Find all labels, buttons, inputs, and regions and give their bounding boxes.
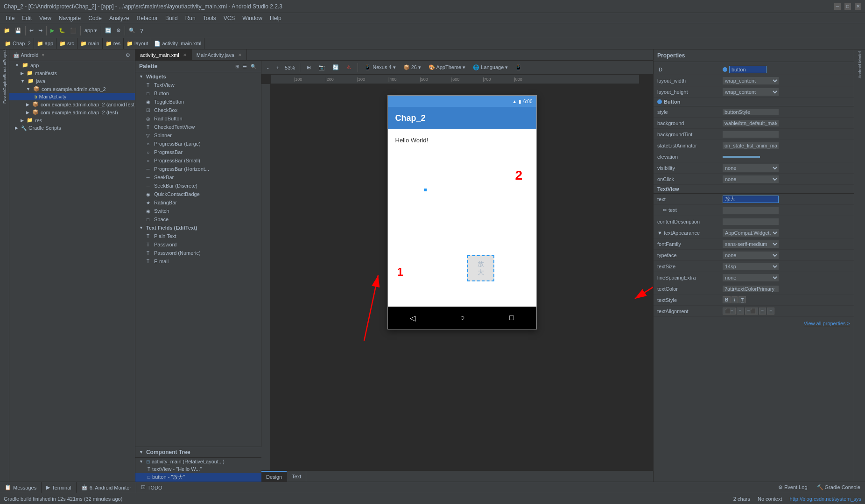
prop-value-statelist[interactable] bbox=[723, 142, 850, 149]
palette-seekbar-discrete[interactable]: ─ SeekBar (Discrete) bbox=[135, 182, 261, 190]
menu-refactor[interactable]: Refactor bbox=[133, 13, 162, 23]
canvas-zoom-out[interactable]: - bbox=[265, 62, 271, 73]
palette-view-btn[interactable]: ⊞ bbox=[234, 63, 240, 70]
palette-spinner[interactable]: ▽ Spinner bbox=[135, 131, 261, 140]
canvas-fit-btn[interactable]: ⊞ bbox=[305, 62, 313, 73]
prop-value-text-appearance[interactable]: AppCompat.Widget.Button bbox=[723, 229, 850, 237]
palette-radiobutton[interactable]: ◎ RadioButton bbox=[135, 114, 261, 123]
line-spacing-select[interactable]: none bbox=[723, 274, 779, 281]
close-button[interactable]: ✕ bbox=[855, 3, 861, 10]
tree-res[interactable]: ▶ 📁 res bbox=[9, 116, 135, 124]
background-input[interactable] bbox=[723, 120, 779, 126]
ct-item-button[interactable]: □ button - "放大" bbox=[135, 473, 261, 482]
handle-br[interactable] bbox=[424, 189, 427, 191]
onclick-select[interactable]: none bbox=[723, 175, 779, 183]
elevation-slider[interactable] bbox=[723, 156, 760, 158]
palette-textview[interactable]: T TextView bbox=[135, 81, 261, 89]
prop-value-onclick[interactable]: none bbox=[723, 175, 850, 183]
font-family-select[interactable]: sans-serif-medium bbox=[723, 240, 779, 248]
menu-run[interactable]: Run bbox=[182, 13, 199, 23]
palette-button[interactable]: □ Button bbox=[135, 89, 261, 98]
menu-build[interactable]: Build bbox=[162, 13, 182, 23]
menu-tools[interactable]: Tools bbox=[199, 13, 220, 23]
canvas-language-dropdown[interactable]: 🌐 Language ▾ bbox=[471, 62, 510, 73]
content-desc-input[interactable] bbox=[723, 218, 779, 225]
menu-vcs[interactable]: VCS bbox=[220, 13, 239, 23]
align-right-btn[interactable]: ≡⬛ bbox=[745, 308, 758, 315]
toolbar-run-btn[interactable]: ▶ bbox=[49, 25, 56, 36]
layout-width-select[interactable]: wrap_content match_parent bbox=[723, 77, 779, 84]
canvas-device-dropdown[interactable]: 📱 Nexus 4 ▾ bbox=[363, 62, 397, 73]
palette-category-widgets[interactable]: ▼ Widgets bbox=[135, 72, 261, 81]
menu-analyze[interactable]: Analyze bbox=[105, 13, 133, 23]
statelist-input[interactable] bbox=[723, 142, 779, 149]
toolbar-sync-btn[interactable]: 🔄 bbox=[103, 25, 113, 36]
palette-space[interactable]: □ Space bbox=[135, 215, 261, 224]
palette-plaintext[interactable]: T Plain Text bbox=[135, 232, 261, 240]
prop-value-text-color[interactable] bbox=[723, 286, 850, 292]
visibility-select[interactable]: none visible invisible gone bbox=[723, 164, 779, 172]
text-style-underline[interactable]: T̲ bbox=[738, 296, 746, 303]
toolbar-help-btn[interactable]: ? bbox=[138, 25, 145, 36]
palette-checkbox[interactable]: ☑ CheckBox bbox=[135, 106, 261, 114]
canvas-screenshot-btn[interactable]: 📷 bbox=[316, 62, 327, 73]
favorites-icon[interactable]: Favorites bbox=[0, 91, 9, 100]
android-mode-icon[interactable]: Android Model bbox=[858, 51, 862, 78]
prop-value-visibility[interactable]: none visible invisible gone bbox=[723, 164, 850, 172]
prop-value-font-family[interactable]: sans-serif-medium bbox=[723, 240, 850, 248]
tree-package-main[interactable]: ▼ 📦 com.example.admin.chap_2 bbox=[9, 85, 135, 93]
prop-value-style[interactable] bbox=[723, 109, 850, 115]
nav-main[interactable]: 📁 main bbox=[77, 38, 103, 49]
maximize-button[interactable]: □ bbox=[844, 3, 851, 10]
palette-togglebutton[interactable]: ◉ ToggleButton bbox=[135, 98, 261, 106]
gradle-console-tab[interactable]: 🔨 Gradle Console bbox=[812, 484, 865, 490]
toolbar-app-dropdown[interactable]: app ▾ bbox=[83, 25, 99, 36]
layout-height-select[interactable]: wrap_content match_parent bbox=[723, 88, 779, 96]
project-icon[interactable]: Project bbox=[0, 51, 9, 61]
text-sub-input[interactable] bbox=[723, 207, 779, 214]
palette-password-numeric[interactable]: T Password (Numeric) bbox=[135, 249, 261, 257]
palette-switch[interactable]: ◉ Switch bbox=[135, 207, 261, 215]
menu-view[interactable]: View bbox=[35, 13, 55, 23]
tab-mainactivity-java[interactable]: MainActivity.java ✕ bbox=[192, 49, 247, 61]
view-all-properties-link[interactable]: View all properties > bbox=[804, 321, 850, 326]
prop-value-text[interactable] bbox=[723, 196, 850, 203]
text-appearance-select[interactable]: AppCompat.Widget.Button bbox=[723, 229, 779, 237]
messages-tab[interactable]: 📋 Messages bbox=[0, 482, 42, 493]
toolbar-undo-btn[interactable]: ↩ bbox=[28, 25, 35, 36]
minimize-button[interactable]: ─ bbox=[834, 3, 841, 10]
toolbar-debug-btn[interactable]: 🐛 bbox=[57, 25, 67, 36]
text-style-bold[interactable]: B bbox=[723, 296, 731, 303]
tree-manifests[interactable]: ▶ 📁 manifests bbox=[9, 69, 135, 77]
typeface-select[interactable]: none bbox=[723, 252, 779, 259]
palette-email[interactable]: T E-mail bbox=[135, 257, 261, 266]
text-style-italic[interactable]: I bbox=[731, 296, 738, 303]
palette-quickcontactbadge[interactable]: ◉ QuickContactBadge bbox=[135, 190, 261, 198]
palette-progressbar[interactable]: ○ ProgressBar bbox=[135, 148, 261, 156]
palette-seekbar[interactable]: ─ SeekBar bbox=[135, 173, 261, 182]
palette-search-btn[interactable]: 🔍 bbox=[250, 63, 257, 70]
tree-mainactivity[interactable]: b MainActivity bbox=[9, 93, 135, 100]
terminal-tab[interactable]: ▶ Terminal bbox=[42, 482, 77, 493]
palette-list-btn[interactable]: ☰ bbox=[242, 63, 248, 70]
menu-code[interactable]: Code bbox=[84, 13, 105, 23]
palette-password[interactable]: T Password bbox=[135, 240, 261, 249]
canvas-error-btn[interactable]: ⚠ bbox=[345, 62, 353, 73]
android-monitor-tab[interactable]: 🤖 6: Android Monitor bbox=[77, 482, 136, 493]
palette-checkedtextview[interactable]: T CheckedTextView bbox=[135, 123, 261, 131]
palette-ratingbar[interactable]: ★ RatingBar bbox=[135, 198, 261, 207]
toolbar-redo-btn[interactable]: ↪ bbox=[36, 25, 44, 36]
text-input[interactable] bbox=[723, 196, 779, 203]
prop-value-text-alignment[interactable]: ⬛≡ ≡ ≡⬛ ≡ ≡ bbox=[723, 308, 850, 315]
canvas-theme-dropdown[interactable]: 🎨 AppTheme ▾ bbox=[427, 62, 467, 73]
nav-app[interactable]: 📁 app bbox=[34, 38, 56, 49]
canvas-api-dropdown[interactable]: 📦 26 ▾ bbox=[401, 62, 423, 73]
todo-tab[interactable]: ☑ TODO bbox=[136, 482, 167, 493]
project-settings-btn[interactable]: ⚙ bbox=[125, 51, 131, 59]
ct-item-textview[interactable]: T textView - "Hello W..." bbox=[135, 465, 261, 473]
prop-value-text-sub[interactable] bbox=[723, 207, 850, 214]
canvas-button[interactable]: 放大 bbox=[467, 255, 494, 281]
tree-app[interactable]: ▼ 📁 app bbox=[9, 61, 135, 69]
align-justify-btn[interactable]: ≡ bbox=[759, 308, 767, 315]
align-left-btn[interactable]: ⬛≡ bbox=[723, 308, 736, 315]
